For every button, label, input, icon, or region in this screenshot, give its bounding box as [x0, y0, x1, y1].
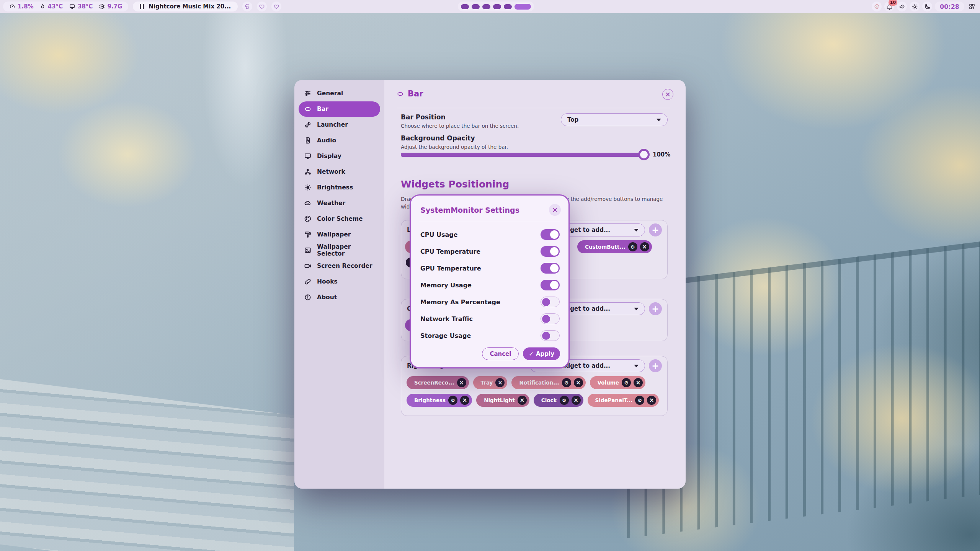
sidebar-item-wallpaper-selector[interactable]: Wallpaper Selector [299, 243, 380, 258]
gear-icon[interactable]: ⚙ [628, 242, 637, 251]
flame-icon [40, 3, 46, 10]
link-icon [304, 278, 312, 285]
dialog-close-button[interactable]: ✕ [549, 204, 561, 216]
sidebar-item-brightness[interactable]: Brightness [299, 180, 380, 195]
sidebar-item-label: General [317, 90, 343, 97]
toggle-memory-usage[interactable] [541, 280, 560, 290]
bar-position-dropdown[interactable]: Top [561, 113, 668, 126]
remove-icon[interactable]: × [572, 396, 581, 405]
tune-icon [304, 90, 312, 97]
toggle-label: Memory As Percentage [420, 298, 500, 306]
heart-button[interactable] [257, 2, 267, 11]
remove-icon[interactable]: × [457, 378, 466, 387]
sidebar-item-label: Network [317, 168, 345, 175]
opacity-slider-fill [401, 153, 648, 157]
sidebar-item-label: Audio [317, 137, 336, 144]
workspace-active-pill[interactable] [514, 4, 531, 10]
sidebar-item-audio[interactable]: Audio [299, 133, 380, 148]
remove-icon[interactable]: × [518, 396, 527, 405]
toggle-network-traffic[interactable] [541, 313, 560, 324]
toggle-cpu-temperature[interactable] [541, 246, 560, 257]
add-widget-button[interactable]: + [649, 302, 662, 315]
sidebar-item-hooks[interactable]: Hooks [299, 274, 380, 289]
dashboard-button[interactable] [967, 2, 977, 11]
widget-chip-label: CustomButt... [585, 244, 626, 250]
sidebar-item-bar[interactable]: Bar [299, 101, 380, 117]
opacity-slider-thumb[interactable] [638, 149, 650, 160]
widget-chip[interactable]: CustomButt... ⚙ × [577, 240, 652, 253]
cancel-button[interactable]: Cancel [482, 347, 519, 360]
toggle-storage-usage[interactable] [541, 330, 560, 341]
sidebar-item-screen-recorder[interactable]: Screen Recorder [299, 258, 380, 274]
toggle-row: Memory As Percentage [420, 293, 560, 310]
remove-icon[interactable]: × [647, 396, 656, 405]
notifications-button[interactable]: 10 [884, 2, 894, 11]
sidebar-item-label: Bar [317, 106, 328, 112]
sidebar-item-color-scheme[interactable]: Color Scheme [299, 211, 380, 227]
sidebar-item-display[interactable]: Display [299, 148, 380, 164]
close-icon: ✕ [665, 91, 670, 98]
toggle-row: Storage Usage [420, 327, 560, 344]
gear-icon[interactable]: ⚙ [622, 378, 631, 387]
workspace-dot[interactable] [461, 4, 469, 9]
volume-button[interactable] [897, 2, 907, 11]
remove-icon[interactable]: × [634, 378, 643, 387]
network-icon [304, 168, 312, 176]
distro-logo-icon [874, 3, 880, 10]
heart-button[interactable] [271, 2, 281, 11]
workspace-dot[interactable] [472, 4, 480, 9]
widget-chip[interactable]: Volume ⚙ × [590, 376, 645, 389]
night-light-button[interactable] [922, 2, 932, 11]
apply-button[interactable]: ✓Apply [523, 347, 560, 360]
sidebar-item-label: Brightness [317, 184, 353, 191]
workspace-switcher[interactable] [458, 2, 534, 11]
remove-icon[interactable]: × [495, 378, 505, 387]
monitor-icon [304, 152, 312, 160]
widget-chip-label: NightLight [484, 397, 515, 403]
window-close-button[interactable]: ✕ [662, 89, 673, 100]
toggle-cpu-usage[interactable] [541, 229, 560, 240]
toggle-gpu-temperature[interactable] [541, 263, 560, 274]
workspace-dot[interactable] [482, 4, 490, 9]
remove-icon[interactable]: × [640, 242, 649, 251]
workspace-dot[interactable] [493, 4, 501, 9]
workspace-dot[interactable] [504, 4, 512, 9]
gear-icon[interactable]: ⚙ [635, 396, 644, 405]
widget-chip[interactable]: Brightness ⚙ × [407, 394, 472, 407]
opacity-slider-track[interactable] [401, 153, 648, 157]
widget-chip[interactable]: ScreenReco... × [407, 376, 469, 389]
sidebar-item-about[interactable]: About [299, 290, 380, 305]
sun-icon [911, 3, 918, 10]
widget-chip[interactable]: Clock ⚙ × [534, 394, 583, 407]
sidebar-item-weather[interactable]: Weather [299, 196, 380, 211]
widget-chip[interactable]: SidePanelT... ⚙ × [588, 394, 659, 407]
header-divider [397, 108, 670, 108]
gear-icon[interactable]: ⚙ [562, 378, 571, 387]
sidebar-item-network[interactable]: Network [299, 164, 380, 179]
grid-plus-icon [969, 3, 975, 10]
video-camera-icon [304, 262, 312, 270]
brightness-button[interactable] [910, 2, 920, 11]
sidebar-item-label: Launcher [317, 121, 348, 128]
add-widget-button[interactable]: + [649, 359, 662, 372]
sidebar-item-launcher[interactable]: Launcher [299, 117, 380, 132]
widget-chip[interactable]: NightLight × [476, 394, 529, 407]
gear-icon[interactable]: ⚙ [560, 396, 569, 405]
remove-icon[interactable]: × [574, 378, 583, 387]
widget-chip[interactable]: Notification... ⚙ × [511, 376, 585, 389]
media-player-pill[interactable]: Nightcore Music Mix 20... [133, 2, 238, 11]
remove-icon[interactable]: × [460, 396, 469, 405]
chevron-down-icon [634, 365, 639, 367]
sidebar-item-general[interactable]: General [299, 86, 380, 101]
skull-button[interactable] [242, 2, 252, 11]
distro-logo-button[interactable] [872, 2, 882, 11]
pill-icon [304, 105, 312, 113]
sidebar-item-wallpaper[interactable]: Wallpaper [299, 227, 380, 242]
sidebar-item-label: Weather [317, 200, 345, 207]
add-widget-button[interactable]: + [649, 223, 662, 236]
widget-chip[interactable]: Tray × [473, 376, 508, 389]
toggle-label: Memory Usage [420, 282, 472, 289]
clock-pill[interactable]: 00:28 [935, 2, 964, 11]
toggle-memory-as-percentage[interactable] [541, 297, 560, 307]
gear-icon[interactable]: ⚙ [448, 396, 457, 405]
